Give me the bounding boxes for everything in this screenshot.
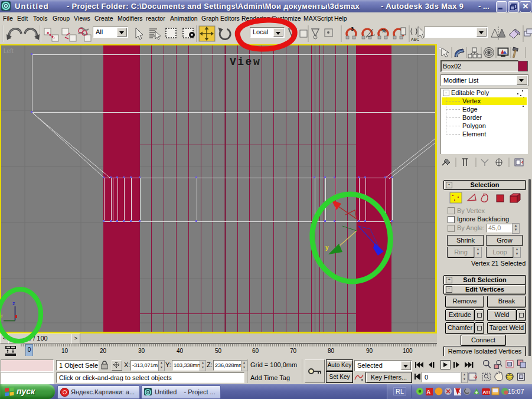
svg-text:10: 10 bbox=[61, 348, 68, 354]
svg-text:z: z bbox=[12, 300, 15, 306]
svg-text:A: A bbox=[426, 389, 430, 395]
svg-text:70: 70 bbox=[290, 348, 297, 354]
svg-text:View: View bbox=[230, 56, 261, 68]
svg-text:100: 100 bbox=[403, 348, 413, 354]
svg-text:60: 60 bbox=[252, 348, 259, 354]
svg-text:50: 50 bbox=[215, 348, 222, 354]
svg-text:20: 20 bbox=[100, 348, 107, 354]
svg-text:Left: Left bbox=[4, 48, 14, 54]
svg-text:y: y bbox=[325, 244, 329, 251]
svg-text:30: 30 bbox=[138, 348, 145, 354]
svg-text:80: 80 bbox=[328, 348, 335, 354]
svg-text:ATI: ATI bbox=[482, 390, 489, 395]
svg-text:3: 3 bbox=[351, 26, 354, 32]
svg-text:%: % bbox=[381, 28, 386, 34]
svg-text:90: 90 bbox=[366, 348, 373, 354]
svg-text:40: 40 bbox=[177, 348, 184, 354]
